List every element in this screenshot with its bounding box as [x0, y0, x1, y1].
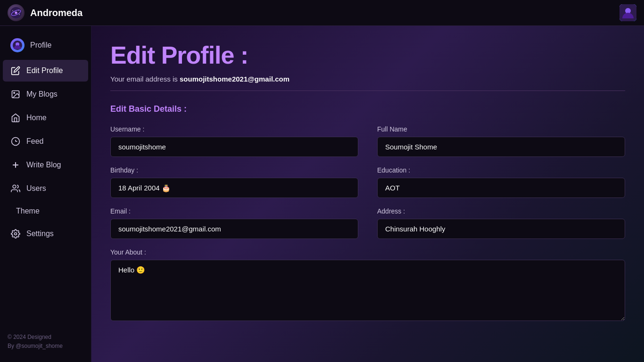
about-group: Your About : Hello 🙂	[110, 248, 625, 321]
birthday-input[interactable]	[110, 178, 358, 198]
svg-point-4	[19, 14, 20, 15]
sidebar-footer: © 2024 Designed By @soumojit_shome	[0, 327, 91, 356]
birthday-label: Birthday :	[110, 166, 358, 174]
app-logo[interactable]	[8, 4, 25, 21]
fullname-group: Full Name	[377, 125, 625, 157]
navbar-left: Andromeda	[8, 4, 83, 21]
footer-line2: By @soumojit_shome	[8, 342, 83, 351]
username-group: Username :	[110, 125, 358, 157]
sidebar-item-home[interactable]: Home	[3, 107, 88, 129]
svg-point-2	[15, 11, 17, 14]
users-icon	[10, 183, 21, 194]
sidebar-label-theme: Theme	[16, 207, 40, 215]
home-icon	[10, 113, 21, 123]
svg-point-3	[12, 10, 13, 11]
education-label: Education :	[377, 166, 625, 174]
navbar: Andromeda	[0, 0, 644, 26]
sidebar-item-edit-profile[interactable]: Edit Profile	[3, 60, 88, 82]
main-content: Edit Profile : Your email address is sou…	[91, 26, 644, 362]
sidebar-item-write-blog[interactable]: Write Blog	[3, 154, 88, 176]
email-info: Your email address is soumojitshome2021@…	[110, 75, 625, 83]
svg-point-17	[13, 185, 16, 189]
gear-icon	[10, 229, 21, 239]
edit-icon	[10, 66, 21, 76]
form-grid: Username : Full Name Birthday : Educatio…	[110, 125, 625, 321]
sidebar-item-feed[interactable]: Feed	[3, 131, 88, 152]
image-icon	[10, 89, 21, 99]
plus-icon	[10, 160, 21, 170]
address-group: Address :	[377, 207, 625, 239]
email-group: Email :	[110, 207, 358, 239]
sidebar-label-home: Home	[26, 114, 47, 122]
sidebar-item-settings[interactable]: Settings	[3, 223, 88, 245]
fullname-input[interactable]	[377, 137, 625, 157]
sidebar: Profile Edit Profile My Blogs	[0, 26, 91, 362]
svg-point-22	[15, 233, 17, 235]
email-label: Email :	[110, 207, 358, 215]
sidebar-label-users: Users	[26, 184, 46, 193]
sidebar-item-users[interactable]: Users	[3, 178, 88, 199]
footer-line1: © 2024 Designed	[8, 333, 83, 342]
address-label: Address :	[377, 207, 625, 215]
section-title: Edit Basic Details :	[110, 104, 625, 114]
sidebar-item-profile[interactable]: Profile	[3, 33, 88, 58]
about-textarea[interactable]: Hello 🙂	[110, 260, 625, 321]
sidebar-item-theme[interactable]: Theme	[3, 201, 88, 221]
sidebar-profile-avatar	[10, 38, 25, 52]
speedometer-icon	[10, 136, 21, 147]
sidebar-label-profile: Profile	[30, 41, 51, 49]
sidebar-label-settings: Settings	[26, 230, 54, 238]
username-label: Username :	[110, 125, 358, 133]
user-avatar-button[interactable]	[619, 4, 636, 21]
app-title: Andromeda	[30, 8, 83, 18]
sidebar-label-feed: Feed	[26, 137, 43, 146]
education-group: Education :	[377, 166, 625, 198]
svg-point-11	[14, 92, 15, 94]
sidebar-item-my-blogs[interactable]: My Blogs	[3, 83, 88, 105]
user-email-display: soumojitshome2021@gmail.com	[180, 75, 289, 83]
fullname-label: Full Name	[377, 125, 625, 133]
page-title: Edit Profile :	[110, 41, 625, 69]
email-input[interactable]	[110, 219, 358, 239]
sidebar-label-my-blogs: My Blogs	[26, 90, 58, 99]
birthday-group: Birthday :	[110, 166, 358, 198]
education-input[interactable]	[377, 178, 625, 198]
theme-left: Theme	[10, 207, 40, 215]
main-layout: Profile Edit Profile My Blogs	[0, 26, 644, 362]
divider	[110, 90, 625, 91]
sidebar-label-edit-profile: Edit Profile	[26, 66, 63, 75]
svg-point-5	[18, 10, 19, 10]
address-input[interactable]	[377, 219, 625, 239]
username-input[interactable]	[110, 137, 358, 157]
email-prefix: Your email address is	[110, 75, 178, 83]
about-label: Your About :	[110, 248, 625, 256]
sidebar-label-write-blog: Write Blog	[26, 161, 61, 169]
